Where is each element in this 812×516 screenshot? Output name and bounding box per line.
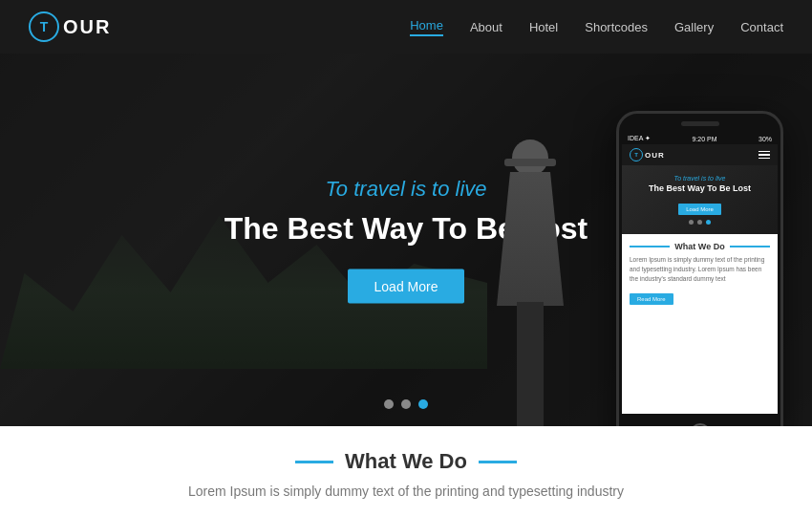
- section-line-left: [295, 461, 333, 463]
- phone-logo: T OUR: [630, 148, 665, 161]
- phone-dot-2[interactable]: [697, 220, 702, 225]
- phone-carrier: IDEA ✦: [628, 135, 651, 142]
- phone-logo-icon: T: [630, 148, 643, 161]
- dot-3[interactable]: [418, 399, 428, 409]
- phone-mockup: IDEA ✦ 9:20 PM 30% T OUR To travel is to…: [616, 111, 783, 426]
- dot-2[interactable]: [401, 399, 411, 409]
- hero-subtitle: To travel is to live: [167, 177, 645, 202]
- nav-item-contact[interactable]: Contact: [740, 20, 783, 34]
- logo-icon: T: [29, 11, 59, 42]
- phone-dot-1[interactable]: [689, 220, 694, 225]
- phone-hero-dots: [630, 220, 770, 225]
- main-nav: Home About Hotel Shortcodes Gallery Cont…: [410, 18, 783, 36]
- phone-read-more-button[interactable]: Read More: [630, 293, 673, 305]
- nav-item-gallery[interactable]: Gallery: [674, 20, 714, 34]
- phone-time: 9:20 PM: [692, 136, 716, 142]
- hero-section: To travel is to live The Best Way To Be …: [0, 54, 812, 426]
- section-description: Lorem Ipsum is simply dummy text of the …: [0, 484, 812, 499]
- phone-hero-title: The Best Way To Be Lost: [630, 183, 770, 193]
- hero-title: The Best Way To Be Lost: [167, 211, 645, 247]
- logo-text: OUR: [63, 16, 111, 38]
- phone-home-button[interactable]: [690, 423, 711, 426]
- title-line-right: [730, 246, 770, 247]
- phone-hero: To travel is to live The Best Way To Be …: [622, 165, 778, 234]
- hamburger-icon[interactable]: [759, 151, 770, 160]
- phone-screen: IDEA ✦ 9:20 PM 30% T OUR To travel is to…: [622, 133, 778, 414]
- phone-battery: 30%: [759, 136, 772, 142]
- nav-item-about[interactable]: About: [470, 20, 502, 34]
- load-more-button[interactable]: Load More: [348, 269, 465, 304]
- header: T OUR Home About Hotel Shortcodes Galler…: [0, 0, 812, 54]
- what-we-do-section: What We Do Lorem Ipsum is simply dummy t…: [0, 426, 812, 508]
- phone-hero-subtitle: To travel is to live: [630, 175, 770, 182]
- phone-section-text: Lorem Ipsum is simply dummy text of the …: [630, 255, 770, 283]
- title-line-left: [630, 246, 670, 247]
- hero-dots: [384, 399, 428, 409]
- section-heading: What We Do: [0, 449, 812, 474]
- phone-what-we-do: What We Do Lorem Ipsum is simply dummy t…: [622, 234, 778, 312]
- nav-item-hotel[interactable]: Hotel: [529, 20, 558, 34]
- phone-load-more-button[interactable]: Load More: [678, 204, 721, 215]
- phone-section-title: What We Do: [630, 242, 770, 251]
- phone-status-bar: IDEA ✦ 9:20 PM 30%: [622, 133, 778, 144]
- logo[interactable]: T OUR: [29, 11, 111, 42]
- phone-dot-3[interactable]: [706, 220, 711, 225]
- dot-1[interactable]: [384, 399, 394, 409]
- nav-item-home[interactable]: Home: [410, 18, 443, 36]
- nav-item-shortcodes[interactable]: Shortcodes: [585, 20, 648, 34]
- hero-content: To travel is to live The Best Way To Be …: [167, 177, 645, 304]
- section-line-right: [479, 461, 517, 463]
- phone-navbar: T OUR: [622, 144, 778, 165]
- phone-speaker: [681, 121, 719, 126]
